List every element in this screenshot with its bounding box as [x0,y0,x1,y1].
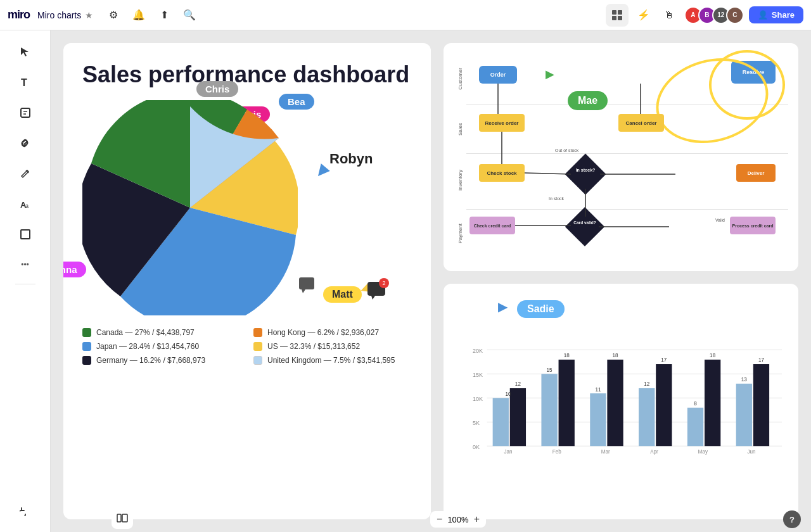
more-tools[interactable]: ••• [11,251,39,279]
svg-text:10K: 10K [473,396,483,402]
cursor-tool[interactable] [11,38,39,66]
svg-text:T: T [21,77,27,88]
svg-marker-4 [21,48,29,56]
board-title-text: Miro charts [37,10,81,20]
zoom-out-button[interactable]: − [437,514,442,525]
bar-chart: Sadie ▶ 0K 5K 10K 15K 20K 10 [454,294,788,509]
legend-germany: Germany — 16.2% / $7,668,973 [82,356,241,365]
legend-label-canada: Canada — 27% / $4,438,797 [96,328,195,337]
bar-mar-light [590,393,606,446]
svg-text:5K: 5K [473,420,480,426]
share-label: Share [772,10,795,20]
bar-jan-light [493,398,509,446]
fc-receive-order: Receive order [479,114,525,132]
svg-text:11: 11 [595,387,601,393]
svg-rect-53 [117,514,121,522]
notification-icon[interactable]: 🔔 [129,5,149,25]
svg-marker-16 [302,289,305,293]
text-large-tool[interactable]: Aa [11,190,39,218]
board-title: Miro charts ★ [37,10,93,20]
bar-apr-light [639,388,655,446]
message-icon[interactable] [298,276,316,296]
fc-order-box: Order [479,66,517,84]
flowchart: Customer Sales Inventory Payment Order ▶… [454,53,788,261]
fc-check-credit-card: Check credit card [469,217,515,234]
bar-chart-svg: 0K 5K 10K 15K 20K 10 12 Jan [473,329,782,455]
svg-line-19 [525,173,571,174]
panel-toggle[interactable] [112,510,133,529]
fc-cancel-order: Cancel order [618,114,664,132]
cursor-icon[interactable]: 🖱 [659,5,679,25]
fc-out-of-stock-label: Out of stock [555,148,578,153]
filter-icon[interactable]: ⚡ [634,5,654,25]
legend-label-uk: United Kingdom — 7.5% / $3,541,595 [267,356,395,365]
svg-text:20K: 20K [473,348,483,354]
chart-legend: Canada — 27% / $4,438,797 Hong Kong — 6.… [82,328,412,365]
legend-dot-us [253,342,262,351]
toolbar-separator [15,284,35,284]
svg-rect-15 [299,277,314,289]
sadie-bubble: Sadie [517,300,565,318]
fc-check-stock: Check stock [479,164,525,182]
legend-label-japan: Japan — 28.4% / $13,454,760 [96,342,199,351]
matt-bubble: Matt [323,286,362,303]
fc-valid-label: Valid [715,218,725,222]
fc-in-stock-sublabel: In stock [549,196,564,201]
bar-jan-dark [510,388,526,446]
settings-icon[interactable]: ⚙ [103,5,124,25]
avatar-group: A B 12 C [684,6,744,24]
svg-text:0K: 0K [473,444,480,450]
fc-divider-3 [466,209,788,210]
share-button[interactable]: 👤 Share [749,6,803,23]
fc-divider-2 [466,153,788,154]
fc-label-inventory: Inventory [457,170,463,191]
svg-text:12: 12 [515,381,521,387]
topbar-right: ⚡ 🖱 A B 12 C 👤 Share [606,4,803,27]
legend-label-germany: Germany — 16.2% / $7,668,973 [96,356,205,365]
undo-tool[interactable] [11,497,39,524]
frame-tool[interactable] [11,220,39,248]
svg-rect-12 [21,230,30,239]
fc-process-credit-card: Process credit card [730,217,776,234]
svg-text:Feb: Feb [552,449,561,455]
star-icon[interactable]: ★ [85,10,93,20]
link-tool[interactable] [11,129,39,157]
chat-icon-container[interactable]: 2 [366,281,386,303]
zoom-in-button[interactable]: + [474,514,480,525]
fc-deliver: Deliver [736,164,776,182]
svg-rect-2 [612,16,616,20]
search-icon[interactable]: 🔍 [179,5,200,25]
svg-text:May: May [698,449,708,455]
fc-play-arrow: ▶ [546,67,554,81]
fc-label-sales: Sales [457,123,463,136]
zoom-level: 100% [447,515,468,524]
share-upload-icon[interactable]: ⬆ [154,5,174,25]
svg-text:13: 13 [741,377,748,383]
share-icon: 👤 [758,10,768,20]
svg-rect-1 [618,10,622,15]
pie-chart [82,100,298,315]
fc-card-valid-diamond [565,207,604,246]
legend-hongkong: Hong Kong — 6.2% / $2,936,027 [253,328,412,337]
chris1-bubble: Chris [196,81,238,97]
svg-text:17: 17 [758,357,765,363]
topbar-icons: ⚙ 🔔 ⬆ 🔍 [103,5,200,25]
bar-mar-dark [607,360,623,446]
fc-label-payment: Payment [457,224,463,244]
legend-dot-canada [82,328,91,337]
top-bar: miro Miro charts ★ ⚙ 🔔 ⬆ 🔍 ⚡ 🖱 A B 12 C … [0,0,811,30]
svg-rect-54 [122,514,127,522]
robyn-bubble: Robyn [329,151,373,167]
legend-uk: United Kingdom — 7.5% / $3,541,595 [253,356,412,365]
svg-text:Jan: Jan [504,449,512,455]
pen-tool[interactable] [11,160,39,187]
canvas[interactable]: Sales performance dashboard Chris Bea Ch… [51,30,811,532]
text-tool[interactable]: T [11,68,39,96]
flowchart-panel: Customer Sales Inventory Payment Order ▶… [444,43,798,271]
help-button[interactable]: ? [783,510,801,528]
grid-view-icon[interactable] [606,4,629,27]
sticky-note-tool[interactable] [11,99,39,127]
legend-label-hongkong: Hong Kong — 6.2% / $2,936,027 [267,328,379,337]
chat-badge: 2 [379,278,389,288]
fc-card-valid-label: Card valid? [572,220,598,225]
